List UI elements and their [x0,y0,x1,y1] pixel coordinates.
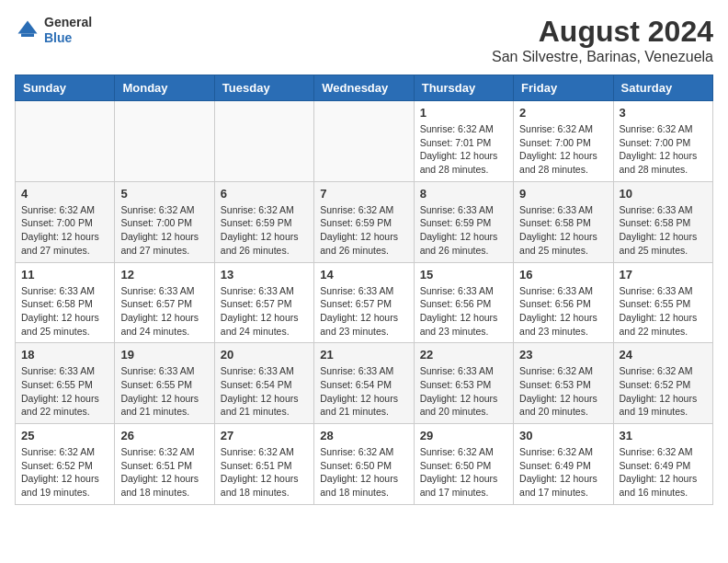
day-number: 23 [519,348,607,362]
calendar-header-thursday: Thursday [414,75,513,101]
table-row: 21Sunrise: 6:33 AMSunset: 6:54 PMDayligh… [314,343,414,424]
day-number: 1 [420,106,507,120]
day-info: Sunrise: 6:33 AMSunset: 6:57 PMDaylight:… [320,284,407,339]
table-row: 12Sunrise: 6:33 AMSunset: 6:57 PMDayligh… [115,262,214,343]
table-row: 23Sunrise: 6:32 AMSunset: 6:53 PMDayligh… [514,343,613,424]
day-info: Sunrise: 6:33 AMSunset: 6:58 PMDaylight:… [620,203,707,258]
page-header: General Blue August 2024 San Silvestre, … [15,15,713,65]
table-row: 3Sunrise: 6:32 AMSunset: 7:00 PMDaylight… [613,101,712,182]
table-row: 7Sunrise: 6:32 AMSunset: 6:59 PMDaylight… [314,181,414,262]
day-info: Sunrise: 6:32 AMSunset: 7:01 PMDaylight:… [420,122,507,177]
table-row: 19Sunrise: 6:33 AMSunset: 6:55 PMDayligh… [115,343,214,424]
calendar-week-row: 4Sunrise: 6:32 AMSunset: 7:00 PMDaylight… [16,181,713,262]
table-row: 9Sunrise: 6:33 AMSunset: 6:58 PMDaylight… [514,181,613,262]
day-number: 30 [519,429,607,442]
calendar-header-sunday: Sunday [16,75,115,101]
calendar-week-row: 1Sunrise: 6:32 AMSunset: 7:01 PMDaylight… [16,101,713,182]
day-number: 15 [420,268,507,282]
day-info: Sunrise: 6:32 AMSunset: 6:59 PMDaylight:… [320,203,407,258]
table-row: 10Sunrise: 6:33 AMSunset: 6:58 PMDayligh… [613,181,712,262]
table-row: 13Sunrise: 6:33 AMSunset: 6:57 PMDayligh… [214,262,313,343]
logo-text: General Blue [44,15,92,46]
day-info: Sunrise: 6:33 AMSunset: 6:55 PMDaylight:… [21,364,108,419]
calendar-header-wednesday: Wednesday [314,75,414,101]
table-row: 16Sunrise: 6:33 AMSunset: 6:56 PMDayligh… [514,262,613,343]
table-row [16,101,115,182]
table-row: 28Sunrise: 6:32 AMSunset: 6:50 PMDayligh… [314,424,414,505]
svg-rect-1 [21,33,34,37]
table-row: 30Sunrise: 6:32 AMSunset: 6:49 PMDayligh… [514,424,613,505]
table-row: 1Sunrise: 6:32 AMSunset: 7:01 PMDaylight… [414,101,513,182]
day-number: 22 [420,348,507,362]
calendar-table: SundayMondayTuesdayWednesdayThursdayFrid… [15,75,713,505]
table-row: 22Sunrise: 6:33 AMSunset: 6:53 PMDayligh… [414,343,513,424]
day-info: Sunrise: 6:32 AMSunset: 6:50 PMDaylight:… [320,445,407,500]
page-subtitle: San Silvestre, Barinas, Venezuela [492,49,713,65]
day-number: 20 [221,348,308,362]
day-info: Sunrise: 6:33 AMSunset: 6:54 PMDaylight:… [221,364,308,419]
table-row: 14Sunrise: 6:33 AMSunset: 6:57 PMDayligh… [314,262,414,343]
table-row: 18Sunrise: 6:33 AMSunset: 6:55 PMDayligh… [16,343,115,424]
day-info: Sunrise: 6:32 AMSunset: 7:00 PMDaylight:… [620,122,707,177]
day-number: 9 [519,187,607,201]
calendar-week-row: 11Sunrise: 6:33 AMSunset: 6:58 PMDayligh… [16,262,713,343]
table-row: 17Sunrise: 6:33 AMSunset: 6:55 PMDayligh… [613,262,712,343]
table-row: 4Sunrise: 6:32 AMSunset: 7:00 PMDaylight… [16,181,115,262]
day-info: Sunrise: 6:32 AMSunset: 6:59 PMDaylight:… [221,203,308,258]
logo-icon [15,17,40,43]
calendar-header-monday: Monday [115,75,214,101]
table-row: 8Sunrise: 6:33 AMSunset: 6:59 PMDaylight… [414,181,513,262]
day-number: 17 [620,268,707,282]
day-number: 7 [320,187,407,201]
day-info: Sunrise: 6:32 AMSunset: 6:51 PMDaylight:… [221,445,308,500]
table-row: 20Sunrise: 6:33 AMSunset: 6:54 PMDayligh… [214,343,313,424]
day-info: Sunrise: 6:33 AMSunset: 6:55 PMDaylight:… [620,284,707,339]
day-info: Sunrise: 6:33 AMSunset: 6:55 PMDaylight:… [120,364,208,419]
day-number: 18 [21,348,108,362]
day-number: 24 [620,348,707,362]
table-row: 15Sunrise: 6:33 AMSunset: 6:56 PMDayligh… [414,262,513,343]
day-info: Sunrise: 6:32 AMSunset: 6:49 PMDaylight:… [519,445,607,500]
day-number: 6 [221,187,308,201]
table-row: 25Sunrise: 6:32 AMSunset: 6:52 PMDayligh… [16,424,115,505]
day-info: Sunrise: 6:33 AMSunset: 6:57 PMDaylight:… [120,284,208,339]
day-info: Sunrise: 6:32 AMSunset: 7:00 PMDaylight:… [519,122,607,177]
day-number: 4 [21,187,108,201]
day-info: Sunrise: 6:33 AMSunset: 6:59 PMDaylight:… [420,203,507,258]
day-info: Sunrise: 6:32 AMSunset: 6:53 PMDaylight:… [519,364,607,419]
day-number: 11 [21,268,108,282]
calendar-header-row: SundayMondayTuesdayWednesdayThursdayFrid… [16,75,713,101]
logo: General Blue [15,15,92,46]
day-number: 5 [120,187,208,201]
day-number: 29 [420,429,507,442]
day-number: 26 [120,429,208,442]
day-info: Sunrise: 6:33 AMSunset: 6:54 PMDaylight:… [320,364,407,419]
day-number: 21 [320,348,407,362]
table-row: 27Sunrise: 6:32 AMSunset: 6:51 PMDayligh… [214,424,313,505]
table-row: 11Sunrise: 6:33 AMSunset: 6:58 PMDayligh… [16,262,115,343]
day-info: Sunrise: 6:32 AMSunset: 6:49 PMDaylight:… [620,445,707,500]
day-info: Sunrise: 6:32 AMSunset: 6:52 PMDaylight:… [21,445,108,500]
day-number: 28 [320,429,407,442]
calendar-week-row: 18Sunrise: 6:33 AMSunset: 6:55 PMDayligh… [16,343,713,424]
day-number: 25 [21,429,108,442]
table-row: 26Sunrise: 6:32 AMSunset: 6:51 PMDayligh… [115,424,214,505]
day-info: Sunrise: 6:33 AMSunset: 6:58 PMDaylight:… [519,203,607,258]
calendar-week-row: 25Sunrise: 6:32 AMSunset: 6:52 PMDayligh… [16,424,713,505]
day-info: Sunrise: 6:33 AMSunset: 6:56 PMDaylight:… [420,284,507,339]
day-info: Sunrise: 6:33 AMSunset: 6:58 PMDaylight:… [21,284,108,339]
table-row: 5Sunrise: 6:32 AMSunset: 7:00 PMDaylight… [115,181,214,262]
table-row [214,101,313,182]
day-number: 16 [519,268,607,282]
page-title: August 2024 [492,15,713,49]
day-number: 13 [221,268,308,282]
day-info: Sunrise: 6:33 AMSunset: 6:57 PMDaylight:… [221,284,308,339]
day-info: Sunrise: 6:32 AMSunset: 6:52 PMDaylight:… [620,364,707,419]
table-row: 31Sunrise: 6:32 AMSunset: 6:49 PMDayligh… [613,424,712,505]
calendar-header-friday: Friday [514,75,613,101]
table-row: 29Sunrise: 6:32 AMSunset: 6:50 PMDayligh… [414,424,513,505]
day-number: 12 [120,268,208,282]
day-number: 2 [519,106,607,120]
svg-marker-0 [18,20,38,33]
day-info: Sunrise: 6:33 AMSunset: 6:56 PMDaylight:… [519,284,607,339]
